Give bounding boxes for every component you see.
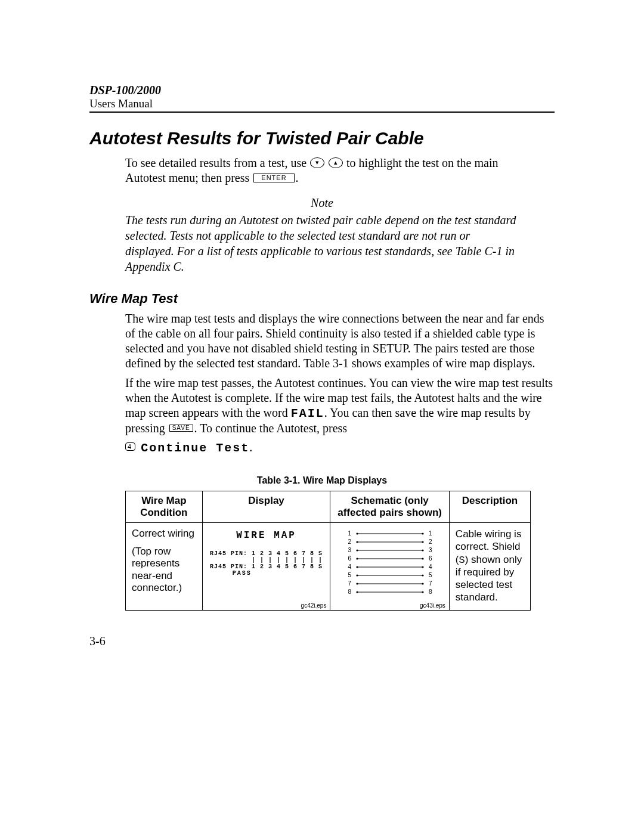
th-condition: Wire Map Condition xyxy=(126,491,203,523)
continue-line: 4 Continue Test. xyxy=(125,441,555,455)
table-header-row: Wire Map Condition Display Schematic (on… xyxy=(126,491,531,523)
svg-text:6: 6 xyxy=(429,555,432,562)
intro-mid: to highlight the test on the main xyxy=(346,156,498,169)
svg-text:1: 1 xyxy=(348,530,351,537)
section-title: Autotest Results for Twisted Pair Cable xyxy=(89,128,555,148)
svg-text:2: 2 xyxy=(348,538,351,545)
intro-period: . xyxy=(296,171,299,184)
th-description: Description xyxy=(449,491,530,523)
continue-period: . xyxy=(249,441,252,454)
intro-pre: To see detailed results from a test, use xyxy=(125,156,309,169)
condition-main: Correct wiring xyxy=(132,528,196,540)
fail-text: FAIL xyxy=(291,407,324,420)
continue-test-label: Continue Test xyxy=(141,441,249,455)
display-pass: PASS xyxy=(209,570,324,577)
svg-text:2: 2 xyxy=(429,538,432,545)
schematic-svg: 1122336644557788 xyxy=(339,528,441,599)
svg-text:4: 4 xyxy=(429,563,432,570)
page: DSP-100/2000 Users Manual Autotest Resul… xyxy=(0,0,644,833)
enter-key: ENTER xyxy=(253,174,294,182)
page-header: DSP-100/2000 Users Manual xyxy=(89,83,555,113)
note-label: Note xyxy=(89,196,555,210)
softkey-4: 4 xyxy=(125,442,135,451)
svg-text:6: 6 xyxy=(348,555,351,562)
para2-seg3: . To continue the Autotest, press xyxy=(194,422,348,435)
wiremap-para1: The wire map test tests and displays the… xyxy=(125,311,555,371)
desc-s: S xyxy=(459,555,465,566)
save-key: SAVE xyxy=(169,425,193,432)
product-name: DSP-100/2000 xyxy=(89,83,555,97)
cell-display: WIRE MAP RJ45 PIN: 1 2 3 4 5 6 7 8 S | |… xyxy=(202,523,330,611)
cell-schematic: 1122336644557788 gc43i.eps xyxy=(330,523,449,611)
svg-text:7: 7 xyxy=(348,580,351,587)
up-arrow-icon: ▴ xyxy=(329,157,343,168)
subsection-title: Wire Map Test xyxy=(89,291,555,306)
svg-text:5: 5 xyxy=(348,572,351,578)
wiremap-table: Wire Map Condition Display Schematic (on… xyxy=(125,491,531,611)
table-caption: Table 3-1. Wire Map Displays xyxy=(89,475,555,486)
manual-label: Users Manual xyxy=(89,97,555,110)
table-row: Correct wiring (Top row represents near-… xyxy=(126,523,531,611)
wiremap-para2: If the wire map test passes, the Autotes… xyxy=(125,376,555,436)
th-display: Display xyxy=(202,491,330,523)
desc-post: ) shown only if required by selected tes… xyxy=(456,554,522,603)
svg-text:8: 8 xyxy=(429,589,432,595)
cell-condition: Correct wiring (Top row represents near-… xyxy=(126,523,203,611)
display-title: WIRE MAP xyxy=(209,530,324,541)
svg-text:3: 3 xyxy=(348,547,351,553)
intro-paragraph: To see detailed results from a test, use… xyxy=(125,156,555,185)
display-eps: gc42i.eps xyxy=(301,602,327,609)
svg-text:7: 7 xyxy=(429,580,432,587)
page-number: 3-6 xyxy=(89,634,106,648)
note-body: The tests run during an Autotest on twis… xyxy=(125,212,519,274)
th-schematic: Schematic (only affected pairs shown) xyxy=(330,491,449,523)
svg-text:1: 1 xyxy=(429,530,432,537)
svg-text:5: 5 xyxy=(429,572,432,578)
condition-note: (Top row represents near-end connector.) xyxy=(132,546,196,594)
cell-description: Cable wiring is correct. Shield (S) show… xyxy=(449,523,530,611)
intro-line2-pre: Autotest menu; then press xyxy=(125,171,252,184)
display-pins: RJ45 PIN: 1 2 3 4 5 6 7 8 S | | | | | | … xyxy=(209,550,324,570)
svg-text:3: 3 xyxy=(429,547,432,553)
svg-text:8: 8 xyxy=(348,589,351,595)
down-arrow-icon: ▾ xyxy=(310,157,324,168)
schematic-eps: gc43i.eps xyxy=(420,602,445,609)
svg-text:4: 4 xyxy=(348,563,351,570)
